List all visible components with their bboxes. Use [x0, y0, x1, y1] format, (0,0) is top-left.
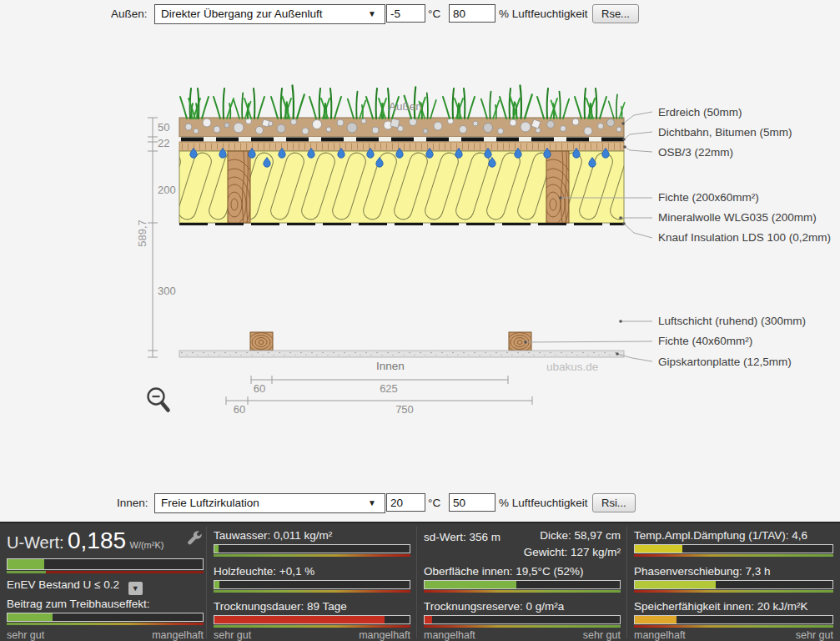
layer-label-osb[interactable]: OSB/3 (22mm)	[658, 146, 733, 159]
dropdown-arrow-icon: ▼	[368, 494, 376, 512]
rating-right: mangelhaft	[359, 629, 410, 641]
u-value-line: U-Wert: 0,185 W/(m²K)	[7, 527, 163, 554]
trocknungsreserve-bar	[424, 615, 621, 628]
phase-bar	[634, 580, 833, 593]
inside-humidity-unit: % Luftfeuchtigkeit	[499, 497, 588, 509]
u-value-unit: W/(m²K)	[130, 540, 164, 550]
outside-humidity-input[interactable]	[449, 4, 495, 23]
sd-wert: sd-Wert: 356 m	[424, 531, 500, 543]
dim-batten-width: 60	[247, 382, 272, 395]
rsi-button[interactable]: Rsi...	[592, 493, 636, 512]
watermark: ubakus.de	[546, 361, 598, 373]
ghg-bar	[7, 613, 204, 625]
layer-label-luftschicht[interactable]: Luftschicht (ruhend) (300mm)	[658, 315, 806, 327]
rating-left: sehr gut	[7, 629, 44, 641]
dim-offset: 60	[227, 403, 252, 416]
panel-divider	[626, 527, 627, 638]
rating-scale: mangelhaft sehr gut	[634, 629, 833, 641]
results-col-uvalue: U-Wert: 0,185 W/(m²K) EnEV Bestand U ≤ 0…	[7, 523, 204, 641]
inside-temp-input[interactable]	[386, 493, 425, 512]
speicher-label: Speicherfähigkeit innen: 20 kJ/m²K	[634, 600, 833, 613]
rating-scale: mangelhaft sehr gut	[424, 629, 621, 641]
tauwasser-label: Tauwasser: 0,011 kg/m²	[214, 529, 410, 542]
dim-batten-spacing: 625	[372, 382, 405, 395]
trocknungsdauer-bar	[214, 615, 410, 628]
oberflaeche-bar	[424, 580, 621, 593]
inside-airtype-select[interactable]: Freie Luftzirkulation ▼	[154, 493, 385, 513]
layer-label-erdreich[interactable]: Erdreich (50mm)	[658, 106, 742, 119]
speicher-bar	[634, 615, 833, 628]
gewicht: Gewicht: 127 kg/m²	[524, 546, 621, 558]
dim-total-width: 750	[388, 403, 421, 416]
holzfeuchte-bar	[214, 580, 410, 593]
outside-airtype-select[interactable]: Direkter Übergang zur Außenluft ▼	[154, 4, 385, 24]
layer-label-dichtbahn[interactable]: Dichtbahn, Bitumen (5mm)	[658, 126, 792, 139]
layer-label-knauf-membrane[interactable]: Knauf Insulation LDS 100 (0,2mm)	[658, 231, 831, 244]
dim-osb: 22	[158, 137, 169, 149]
inside-temp-unit: °C	[428, 497, 440, 509]
layer-label-fichte-rafter[interactable]: Fichte (200x60mm²)	[658, 191, 759, 204]
gypsum-layer[interactable]	[179, 351, 624, 357]
rating-left: mangelhaft	[424, 629, 475, 641]
results-col-moisture: Tauwasser: 0,011 kg/m² Holzfeuchte: +0,1…	[214, 523, 410, 641]
inside-airtype-value: Freie Luftzirkulation	[161, 497, 259, 509]
results-panel: U-Wert: 0,185 W/(m²K) EnEV Bestand U ≤ 0…	[0, 522, 840, 641]
holzfeuchte-label: Holzfeuchte: +0,1 %	[214, 565, 410, 578]
rating-right: sehr gut	[583, 629, 621, 641]
results-col-surface: sd-Wert: 356 m Dicke: 58,97 cm Gewicht: …	[424, 523, 621, 641]
layer-label-gipskarton[interactable]: Gipskartonplatte (12,5mm)	[658, 356, 792, 368]
bitumen-layer[interactable]	[179, 137, 624, 142]
dim-insulation: 200	[158, 184, 176, 196]
rating-scale: sehr gut mangelhaft	[7, 629, 204, 641]
rating-left: mangelhaft	[634, 629, 686, 641]
u-value-label: U-Wert:	[7, 533, 64, 552]
outside-temp-unit: °C	[428, 8, 440, 20]
diagram-outside-label: Außen	[389, 100, 422, 113]
outside-humidity-unit: % Luftfeuchtigkeit	[499, 8, 588, 20]
batten-left[interactable]	[249, 332, 274, 352]
enev-label: EnEV Bestand U ≤ 0.2	[7, 578, 119, 591]
trocknungsreserve-label: Trocknungsreserve: 0 g/m²a	[424, 600, 621, 613]
zoom-out-icon[interactable]	[148, 389, 169, 411]
dim-total-height: 589,7	[136, 209, 148, 259]
tauwasser-bar	[214, 544, 410, 557]
tav-label: Temp.Ampl.Dämpfung (1/TAV): 4,6	[634, 529, 833, 542]
inside-label: Innen:	[117, 497, 148, 509]
outside-label: Außen:	[111, 8, 148, 20]
panel-divider	[416, 527, 417, 638]
dicke: Dicke: 58,97 cm	[540, 529, 621, 542]
rating-right: sehr gut	[796, 629, 833, 641]
rating-right: mangelhaft	[152, 629, 204, 641]
oberflaeche-label: Oberfläche innen: 19,5°C (52%)	[424, 565, 621, 578]
tav-bar	[634, 544, 833, 557]
earth-layer[interactable]	[179, 118, 624, 137]
inside-humidity-input[interactable]	[449, 493, 495, 512]
results-col-thermal: Temp.Ampl.Dämpfung (1/TAV): 4,6 Phasenve…	[634, 523, 833, 641]
trocknungsdauer-label: Trocknungsdauer: 89 Tage	[214, 600, 410, 613]
layer-label-mineralwolle[interactable]: Mineralwolle WLG035 (200mm)	[658, 211, 817, 224]
sd-wert-row: sd-Wert: 356 m Dicke: 58,97 cm Gewicht: …	[424, 529, 621, 544]
ghg-label: Beitrag zum Treibhauseffekt:	[7, 598, 150, 610]
rating-left: sehr gut	[214, 629, 251, 641]
ubakus-u-value-calculator: Außen: Direkter Übergang zur Außenluft ▼…	[0, 0, 840, 641]
outside-temp-input[interactable]	[386, 4, 425, 23]
dimension-left	[148, 118, 158, 357]
u-value: 0,185	[68, 527, 126, 553]
rse-button[interactable]: Rse...	[592, 4, 639, 23]
layer-label-fichte-batten[interactable]: Fichte (40x60mm²)	[658, 335, 752, 347]
osb-layer[interactable]	[179, 142, 624, 151]
dropdown-arrow-icon: ▼	[368, 5, 376, 23]
panel-divider	[206, 527, 207, 638]
enev-row: EnEV Bestand U ≤ 0.2 ▼	[7, 578, 143, 595]
phase-label: Phasenverschiebung: 7,3 h	[634, 565, 833, 578]
diagram-inside-label: Innen	[376, 360, 405, 372]
dim-earth: 50	[158, 121, 169, 134]
enev-dropdown-icon[interactable]: ▼	[128, 582, 143, 595]
u-value-bar	[7, 558, 204, 573]
rating-scale: sehr gut mangelhaft	[214, 629, 410, 641]
wrench-icon[interactable]	[187, 530, 202, 545]
outside-airtype-value: Direkter Übergang zur Außenluft	[161, 8, 323, 20]
dim-air: 300	[158, 285, 176, 297]
